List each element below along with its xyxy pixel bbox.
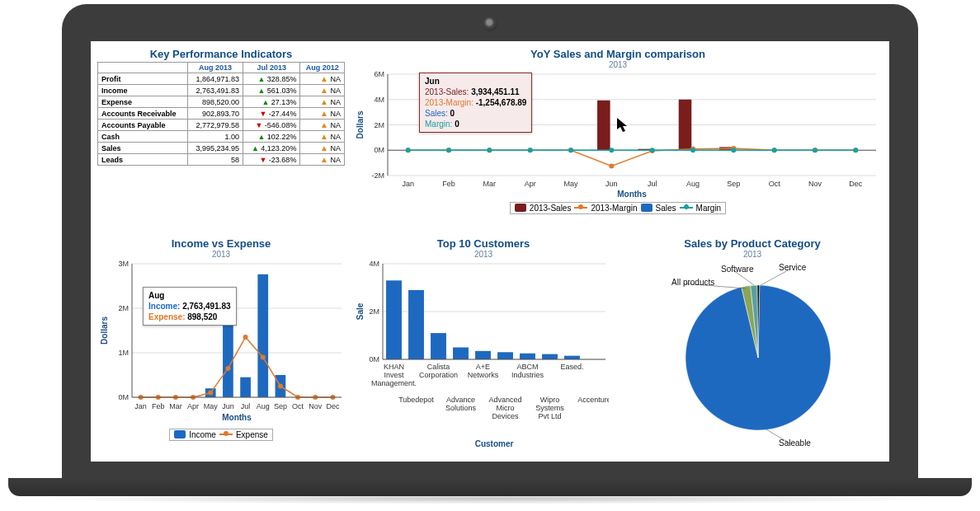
svg-text:CalistaCorporation: CalistaCorporation [419,363,458,379]
svg-point-33 [650,148,655,152]
svg-rect-70 [257,274,268,397]
svg-point-29 [487,148,492,152]
kpi-col-3: Aug 2012 [300,63,345,73]
svg-point-31 [568,148,573,152]
svg-point-28 [446,148,451,152]
ive-legend-expense: Expense [236,430,268,439]
svg-text:Mar: Mar [483,180,497,188]
svg-text:4M: 4M [374,96,384,104]
yoy-legend-sales2: Sales [656,204,676,213]
svg-rect-114 [497,352,513,359]
svg-text:Jun: Jun [222,402,234,410]
svg-text:Dec: Dec [849,180,863,188]
svg-point-83 [278,384,283,389]
svg-rect-111 [431,333,446,359]
top10-chart[interactable]: 0M2M4MKHANInvestManagement.TubedepotCali… [353,260,609,450]
svg-rect-109 [386,280,402,359]
svg-text:Saleable: Saleable [779,438,811,448]
svg-point-82 [261,354,266,359]
svg-marker-54 [617,118,627,132]
svg-text:Aug: Aug [686,180,700,188]
svg-text:-2M: -2M [372,171,385,180]
top10-subtitle: 2013 [353,250,614,259]
svg-point-81 [243,335,248,340]
ive-chart[interactable]: 0M1M2M3MJanFebMarAprMayJunJulAugSepOctNo… [97,260,345,425]
table-row: Leads58▼ -23.68%▲ NA [98,154,345,166]
svg-text:Accenture: Accenture [577,396,609,404]
ive-panel: Income vs Expense 2013 0M1M2M3MJanFebMar… [97,237,345,455]
svg-point-37 [813,148,817,152]
svg-point-38 [853,148,858,152]
laptop-bezel: Key Performance Indicators Aug 2013 Jul … [62,4,918,482]
pie-panel: Sales by Product Category 2013 ServiceSo… [622,237,883,455]
svg-rect-110 [408,290,424,359]
table-row: Expense898,520.00▲ 27.13%▲ NA [98,96,345,108]
svg-point-36 [772,148,777,152]
kpi-title: Key Performance Indicators [97,48,345,60]
ive-legend-income: Income [189,430,216,439]
svg-text:Service: Service [779,263,807,272]
svg-text:3M: 3M [118,260,129,268]
svg-text:2M: 2M [374,121,384,129]
svg-rect-116 [542,354,558,359]
ive-tt-exp-val: 898,520 [187,312,217,321]
yoy-tt-margin-label: 2013-Margin: [425,98,474,107]
pie-subtitle: 2013 [622,250,883,259]
ive-legend: Income Expense [169,429,273,441]
table-row: Accounts Payable2,772,979.58▼ -546.08%▲ … [98,120,345,131]
svg-text:Months: Months [222,413,252,422]
yoy-tooltip-month: Jun [425,76,526,87]
yoy-tt-sales-val: 3,934,451.11 [471,87,519,96]
svg-text:Jun: Jun [605,180,618,188]
svg-text:KHANInvestManagement.: KHANInvestManagement. [371,363,417,387]
cursor-icon [617,118,630,134]
svg-text:Sep: Sep [274,402,287,410]
svg-text:Mar: Mar [169,402,182,410]
svg-text:Jan: Jan [402,180,414,188]
svg-rect-13 [679,100,692,151]
svg-rect-68 [223,321,233,397]
svg-text:Jul: Jul [648,180,657,188]
svg-text:Software: Software [721,265,754,274]
svg-text:0M: 0M [369,355,379,363]
svg-text:2M: 2M [118,304,129,312]
svg-text:Dollars: Dollars [356,110,365,138]
svg-text:Months: Months [617,190,647,199]
svg-text:A+ENetworks: A+ENetworks [468,363,499,379]
pie-title: Sales by Product Category [622,237,883,250]
svg-text:Eased.: Eased. [560,363,583,371]
svg-rect-117 [564,356,580,359]
svg-point-32 [609,148,614,152]
yoy-panel: YoY Sales and Margin comparison 2013 -2M… [353,48,883,229]
svg-text:2M: 2M [369,307,379,316]
yoy-tt-m2-label: Margin: [425,120,452,129]
svg-text:0M: 0M [374,146,384,154]
table-row: Accounts Receivable902,893.70▼ -27.44%▲ … [98,108,345,120]
yoy-legend-sales: 2013-Sales [530,204,572,213]
yoy-tt-m2-val: 0 [455,120,459,129]
table-row: Cash1.00▲ 102.22%▲ NA [98,131,345,143]
svg-text:6M: 6M [374,71,384,78]
yoy-title: YoY Sales and Margin comparison [353,48,883,60]
svg-text:Customer: Customer [475,439,514,448]
yoy-tt-sales-label: 2013-Sales: [425,87,469,96]
svg-text:1M: 1M [118,349,129,357]
svg-rect-69 [240,377,251,397]
table-row: Sales3,995,234.95▲ 4,123.20%▲ NA [98,143,345,154]
kpi-panel: Key Performance Indicators Aug 2013 Jul … [97,48,345,229]
svg-text:AdvanceSolutions: AdvanceSolutions [445,396,477,412]
ive-tt-inc-val: 2,763,491.83 [182,302,230,311]
svg-text:Feb: Feb [152,402,165,410]
svg-text:Dollars: Dollars [100,316,109,345]
camera-icon [483,16,497,31]
svg-text:Tubedepot: Tubedepot [398,396,434,404]
svg-point-20 [609,164,614,169]
svg-text:WiproSystemsPvt Ltd: WiproSystemsPvt Ltd [535,396,564,420]
yoy-tt-s2-label: Sales: [425,109,448,118]
svg-rect-112 [453,348,469,360]
svg-point-35 [731,148,736,152]
svg-text:Oct: Oct [292,402,304,410]
svg-text:Jul: Jul [241,402,251,410]
table-row: Income2,763,491.83▲ 561.03%▲ NA [98,85,345,96]
pie-chart[interactable]: ServiceSoftwareAll productsSaleable [622,260,878,450]
